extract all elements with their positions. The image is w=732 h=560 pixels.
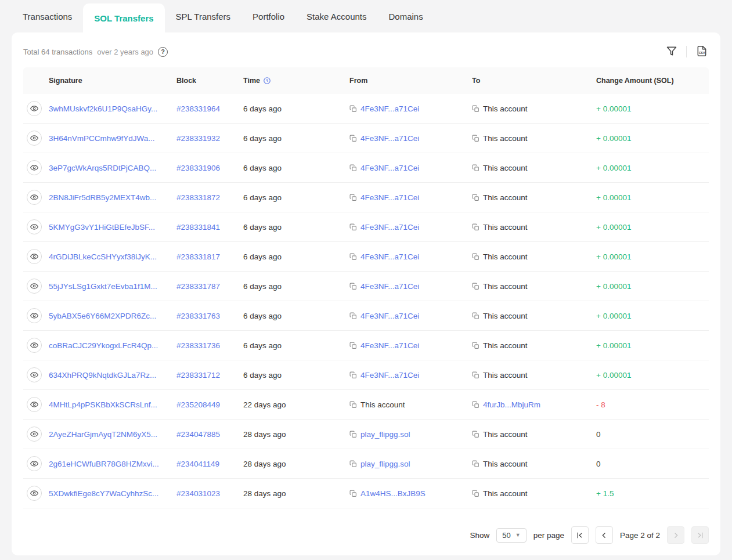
signature-link[interactable]: 2g61eHCWfuBR78G8HZMxvi... <box>49 460 159 468</box>
signature-link[interactable]: 3whMUskvf2k6U1P9QsaHGy... <box>49 104 157 113</box>
copy-icon[interactable] <box>472 164 479 172</box>
preview-eye-button[interactable] <box>27 219 42 234</box>
signature-link[interactable]: 55jJYsLSg1Gxkt7eEvba1f1M... <box>49 282 157 291</box>
signature-link[interactable]: 5XDwkfiEge8cY7WaCyhhzSc... <box>49 489 158 498</box>
tab-spl-transfers[interactable]: SPL Transfers <box>165 0 241 32</box>
block-link[interactable]: #238331712 <box>176 371 220 380</box>
from-address[interactable]: 4Fe3NF...a71Cei <box>360 223 419 232</box>
preview-eye-button[interactable] <box>27 338 42 353</box>
copy-icon[interactable] <box>472 490 479 497</box>
tab-domains[interactable]: Domains <box>378 0 434 32</box>
preview-eye-button[interactable] <box>27 160 42 175</box>
copy-icon[interactable] <box>472 283 479 290</box>
copy-icon[interactable] <box>349 194 357 201</box>
filter-button[interactable] <box>665 45 678 59</box>
preview-eye-button[interactable] <box>27 427 42 442</box>
preview-eye-button[interactable] <box>27 249 42 264</box>
block-link[interactable]: #238331906 <box>176 164 220 172</box>
copy-icon[interactable] <box>349 431 357 438</box>
block-link[interactable]: #235208449 <box>176 400 220 409</box>
copy-icon[interactable] <box>349 460 357 468</box>
block-link[interactable]: #238331841 <box>176 223 220 232</box>
block-link[interactable]: #238331736 <box>176 341 220 350</box>
from-address[interactable]: 4Fe3NF...a71Cei <box>360 134 419 143</box>
copy-icon[interactable] <box>349 253 357 261</box>
copy-icon[interactable] <box>472 401 479 409</box>
csv-download-button[interactable]: CSV <box>695 44 709 60</box>
page-size-select[interactable]: 50 ▼ <box>496 528 526 543</box>
from-address[interactable]: 4Fe3NF...a71Cei <box>360 193 419 202</box>
copy-icon[interactable] <box>472 460 479 468</box>
copy-icon[interactable] <box>472 105 479 113</box>
to-address[interactable]: 4furJb...MbjuRm <box>483 400 540 409</box>
from-address[interactable]: 4Fe3NF...a71Cei <box>360 282 419 291</box>
preview-eye-button[interactable] <box>27 101 42 116</box>
copy-icon[interactable] <box>349 490 357 497</box>
copy-icon[interactable] <box>472 371 479 379</box>
from-address[interactable]: 4Fe3NF...a71Cei <box>360 371 419 380</box>
signature-link[interactable]: 3H64nVmPCCmhw9fYdJWa... <box>49 134 155 143</box>
block-link[interactable]: #234047885 <box>176 430 220 439</box>
block-link[interactable]: #238331817 <box>176 252 220 261</box>
prev-page-button[interactable] <box>596 526 613 544</box>
copy-icon[interactable] <box>349 342 357 349</box>
block-link[interactable]: #238331964 <box>176 104 220 113</box>
from-address[interactable]: play_flipgg.sol <box>360 460 410 468</box>
header-time[interactable]: Time <box>243 77 349 85</box>
from-address[interactable]: 4Fe3NF...a71Cei <box>360 104 419 113</box>
signature-link[interactable]: coBRaCJC29YkogxLFcR4Qp... <box>49 341 158 350</box>
tab-transactions[interactable]: Transactions <box>12 0 83 32</box>
first-page-button[interactable] <box>571 526 589 544</box>
from-address[interactable]: 4Fe3NF...a71Cei <box>360 164 419 172</box>
copy-icon[interactable] <box>472 253 479 261</box>
from-address[interactable]: 4Fe3NF...a71Cei <box>360 312 419 320</box>
copy-icon[interactable] <box>472 431 479 438</box>
preview-eye-button[interactable] <box>27 397 42 412</box>
copy-icon[interactable] <box>472 223 479 231</box>
signature-link[interactable]: 634XhPRQ9kNqtdkGJLa7Rz... <box>49 371 156 380</box>
tab-portfolio[interactable]: Portfolio <box>241 0 295 32</box>
clock-icon[interactable] <box>263 77 271 85</box>
next-page-button[interactable] <box>667 526 684 544</box>
preview-eye-button[interactable] <box>27 367 42 382</box>
copy-icon[interactable] <box>349 312 357 320</box>
signature-link[interactable]: 4rGDiJBLkeCcSHYyxf38iJyK... <box>49 252 157 261</box>
signature-link[interactable]: 2AyeZHarGjmAyqT2NM6yX5... <box>49 430 157 439</box>
copy-icon[interactable] <box>349 401 357 409</box>
block-link[interactable]: #234031023 <box>176 489 220 498</box>
signature-link[interactable]: 4MHtLp4pPSKBbXkSCRsLnf... <box>49 400 157 409</box>
preview-eye-button[interactable] <box>27 308 42 323</box>
signature-link[interactable]: 2BN8JiFr5dRB5y2MEXT4wb... <box>49 193 156 202</box>
preview-eye-button[interactable] <box>27 456 42 471</box>
copy-icon[interactable] <box>349 371 357 379</box>
copy-icon[interactable] <box>472 194 479 201</box>
copy-icon[interactable] <box>349 135 357 142</box>
copy-icon[interactable] <box>349 283 357 290</box>
copy-icon[interactable] <box>472 342 479 349</box>
signature-link[interactable]: 5KMYgG3vY1HiGtBEfeJbSF... <box>49 223 155 232</box>
signature-link[interactable]: 3eP7gcWkArqs5RDtPjCABQ... <box>49 164 156 172</box>
preview-eye-button[interactable] <box>27 131 42 146</box>
block-link[interactable]: #238331932 <box>176 134 220 143</box>
tab-stake-accounts[interactable]: Stake Accounts <box>295 0 377 32</box>
from-address[interactable]: play_flipgg.sol <box>360 430 410 439</box>
block-link[interactable]: #238331763 <box>176 312 220 320</box>
block-link[interactable]: #238331872 <box>176 193 220 202</box>
from-address[interactable]: 4Fe3NF...a71Cei <box>360 341 419 350</box>
preview-eye-button[interactable] <box>27 190 42 205</box>
block-link[interactable]: #234041149 <box>176 460 219 468</box>
help-icon[interactable]: ? <box>158 47 168 57</box>
copy-icon[interactable] <box>349 164 357 172</box>
signature-link[interactable]: 5ybABX5e6Y66M2XPDR6Zc... <box>49 312 156 320</box>
last-page-button[interactable] <box>691 526 709 544</box>
block-link[interactable]: #238331787 <box>176 282 220 291</box>
preview-eye-button[interactable] <box>27 279 42 294</box>
copy-icon[interactable] <box>349 105 357 113</box>
copy-icon[interactable] <box>472 312 479 320</box>
preview-eye-button[interactable] <box>27 486 42 501</box>
copy-icon[interactable] <box>349 223 357 231</box>
tab-sol-transfers[interactable]: SOL Transfers <box>83 3 164 32</box>
from-address[interactable]: 4Fe3NF...a71Cei <box>360 252 419 261</box>
from-address[interactable]: A1w4HS...BxJB9S <box>360 489 426 498</box>
copy-icon[interactable] <box>472 135 479 142</box>
